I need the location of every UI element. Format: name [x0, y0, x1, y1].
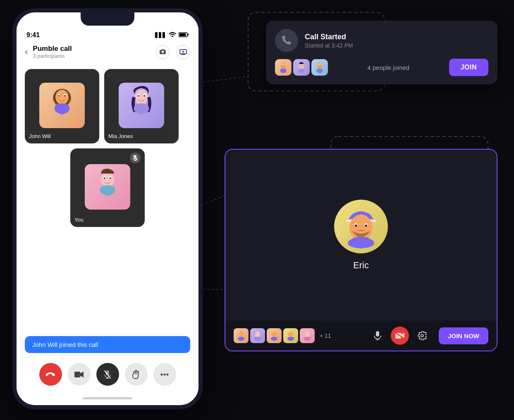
notification-phone-icon	[275, 29, 298, 52]
vid-avatar-3	[267, 328, 282, 343]
svg-point-59	[255, 332, 260, 337]
eric-name: Eric	[353, 260, 369, 271]
svg-rect-63	[376, 331, 379, 336]
svg-point-51	[318, 65, 319, 66]
video-button[interactable]	[68, 363, 91, 386]
wifi-icon	[169, 32, 176, 39]
avatar-john	[39, 83, 85, 128]
call-header: ‹ Pumble call 3 participants	[17, 41, 198, 62]
avatar-mia	[119, 83, 164, 128]
notification-footer: 4 people joined JOIN	[275, 59, 488, 76]
participants-count: 3 participants	[33, 53, 155, 59]
svg-point-61	[288, 332, 293, 337]
call-title: Pumble call	[33, 45, 155, 53]
phone-frame: 9:41 ▋▋▋ ‹ Pumble call 3 participants	[12, 8, 203, 409]
svg-point-25	[101, 172, 114, 187]
status-time: 9:41	[26, 31, 40, 39]
mute-button[interactable]	[96, 363, 119, 386]
svg-point-42	[284, 65, 285, 66]
notification-header: Call Started Started at 3:42 PM	[275, 29, 488, 52]
svg-point-19	[138, 95, 139, 97]
desktop-notification: Call Started Started at 3:42 PM 4 people…	[266, 21, 497, 84]
end-call-button[interactable]	[39, 363, 62, 386]
vid-avatar-1	[234, 328, 249, 343]
svg-point-47	[302, 65, 303, 66]
svg-point-41	[282, 65, 282, 66]
home-indicator	[83, 397, 132, 399]
raise-hand-button[interactable]	[125, 363, 148, 386]
svg-point-15	[64, 95, 66, 97]
notification-avatars	[275, 59, 328, 76]
notif-avatar-3	[311, 59, 328, 76]
svg-point-16	[135, 90, 148, 105]
participant-card-mia: Mia Jones	[104, 69, 179, 143]
svg-rect-7	[179, 33, 186, 36]
phone-notch	[81, 12, 134, 26]
svg-point-20	[143, 95, 145, 97]
camera-button[interactable]	[155, 45, 170, 59]
video-controls: JOIN NOW	[368, 327, 488, 345]
status-icons: ▋▋▋	[155, 32, 189, 39]
svg-point-36	[164, 373, 166, 375]
avatar-you	[85, 164, 130, 210]
svg-point-11	[55, 90, 69, 105]
participants-grid: John Will	[17, 62, 198, 234]
eric-avatar	[334, 200, 388, 253]
svg-point-35	[161, 373, 163, 375]
header-actions	[155, 45, 190, 59]
more-button[interactable]	[153, 363, 176, 386]
svg-point-52	[320, 65, 321, 66]
video-toggle-button[interactable]	[391, 327, 409, 345]
vid-avatar-4	[283, 328, 298, 343]
svg-point-28	[104, 177, 105, 179]
status-bar: 9:41 ▋▋▋	[17, 26, 198, 41]
join-notification: John Will joined this call	[25, 336, 190, 353]
video-main-area: Eric	[225, 150, 497, 321]
notif-avatar-2	[293, 59, 310, 76]
svg-point-46	[300, 65, 301, 66]
svg-point-62	[305, 332, 310, 337]
svg-point-58	[239, 332, 244, 337]
svg-point-56	[355, 224, 357, 227]
vid-avatar-2	[250, 328, 265, 343]
desktop-video-panel: Eric + 11	[225, 149, 497, 351]
mia-jones-name: Mia Jones	[108, 133, 133, 139]
video-mic-button[interactable]	[368, 327, 387, 345]
notification-title: Call Started	[305, 33, 353, 41]
mute-indicator	[130, 153, 141, 163]
svg-rect-30	[74, 372, 80, 377]
svg-point-57	[365, 224, 367, 227]
settings-button[interactable]	[413, 327, 431, 345]
svg-point-37	[167, 373, 169, 375]
video-participant-avatars	[234, 328, 315, 343]
join-call-button[interactable]: JOIN	[449, 59, 488, 76]
svg-point-14	[58, 95, 60, 97]
phone-mockup: 9:41 ▋▋▋ ‹ Pumble call 3 participants	[12, 8, 203, 409]
notif-avatar-1	[275, 59, 292, 76]
you-name: You	[74, 217, 84, 223]
join-now-button[interactable]: JOIN NOW	[439, 327, 488, 344]
notification-subtitle: Started at 3:42 PM	[305, 42, 353, 49]
cast-button[interactable]	[176, 45, 190, 59]
notification-text-block: Call Started Started at 3:42 PM	[305, 33, 353, 49]
call-controls	[17, 356, 198, 394]
participant-card-you: You	[70, 148, 145, 227]
john-will-name: John Will	[29, 133, 51, 139]
svg-line-2	[198, 76, 248, 83]
signal-icon: ▋▋▋	[155, 32, 166, 38]
svg-point-29	[110, 177, 111, 179]
join-notification-text: John Will joined this call	[32, 341, 98, 348]
svg-point-48	[317, 63, 323, 69]
video-bottom-bar: + 11 JOIN NOW	[225, 321, 497, 351]
people-joined-count: 4 people joined	[367, 64, 409, 71]
back-button[interactable]: ‹	[25, 47, 28, 57]
vid-avatar-5	[300, 328, 315, 343]
extra-count: + 11	[320, 332, 331, 339]
battery-icon	[179, 32, 189, 38]
svg-point-60	[272, 332, 277, 337]
svg-point-8	[182, 50, 184, 52]
participant-card-john: John Will	[25, 69, 99, 143]
svg-rect-6	[188, 33, 189, 36]
svg-point-38	[280, 63, 286, 69]
